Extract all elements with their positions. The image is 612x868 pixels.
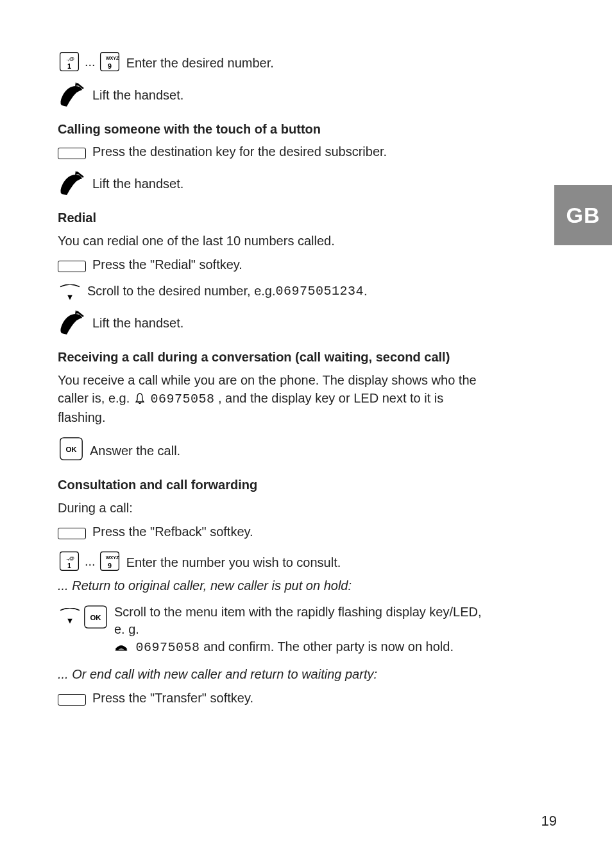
bell-icon	[135, 392, 145, 404]
svg-text:1: 1	[67, 62, 71, 70]
svg-text:1: 1	[67, 562, 71, 569]
page-content: .,@1 ... WXYZ9 Enter the desired number.…	[0, 0, 539, 707]
svg-text:.,@: .,@	[67, 56, 74, 62]
softkey-icon	[58, 528, 86, 539]
step-text: Press the "Transfer" softkey.	[92, 690, 253, 707]
step-lift-handset-2: Lift the handset.	[58, 169, 493, 193]
keypad-9-icon: WXYZ9	[98, 550, 121, 571]
step-scroll-confirm: OK Scroll to the menu item with the rapi…	[58, 603, 493, 656]
step-answer-call: OK Answer the call.	[58, 435, 493, 460]
step-press-destination: Press the destination key for the desire…	[58, 143, 493, 161]
section-consultation: Consultation and call forwarding During …	[58, 478, 493, 707]
svg-marker-13	[67, 619, 72, 623]
keypad-1-icon: .,@1	[58, 550, 81, 571]
step-press-refback: Press the "Refback" softkey.	[58, 523, 493, 541]
svg-text:OK: OK	[65, 446, 77, 453]
lift-handset-icon	[58, 169, 87, 198]
scroll-down-icon	[58, 284, 82, 302]
step-text: Press the destination key for the desire…	[92, 143, 387, 161]
handset-flat-icon	[114, 643, 128, 652]
step-text: Press the "Refback" softkey.	[92, 523, 253, 541]
ok-button-icon: OK	[58, 435, 85, 462]
section-heading: Consultation and call forwarding	[58, 478, 493, 492]
scroll-down-icon	[58, 608, 82, 626]
step-text: Enter the number you wish to consult.	[126, 554, 341, 571]
step-text-pre: Scroll to the desired number, e.g.	[87, 282, 276, 300]
step-text: Enter the desired number.	[126, 55, 274, 72]
step-text: Lift the handset.	[92, 175, 183, 193]
step-text-pre: Scroll to the menu item with the rapidly…	[114, 605, 482, 636]
during-call-text: During a call:	[58, 499, 493, 517]
lift-handset-icon	[58, 81, 87, 109]
lift-handset-icon	[58, 309, 87, 337]
step-scroll-number: Scroll to the desired number, e.g. 06975…	[58, 282, 493, 300]
softkey-icon	[58, 261, 86, 272]
svg-text:OK: OK	[90, 614, 101, 621]
keypad-1-icon: .,@1	[58, 50, 81, 72]
svg-text:.,@: .,@	[67, 555, 74, 561]
section-heading: Calling someone with the touch of a butt…	[58, 122, 493, 137]
section-redial: Redial You can redial one of the last 10…	[58, 211, 493, 332]
svg-rect-15	[115, 650, 127, 651]
ellipsis-text: ...	[85, 553, 96, 570]
step-text: Lift the handset.	[92, 315, 183, 332]
step-text: Lift the handset.	[92, 87, 183, 104]
example-number: 06975058	[136, 640, 200, 655]
section-heading: Redial	[58, 211, 493, 225]
side-tab-language: GB	[554, 185, 612, 245]
step-lift-handset-1: Lift the handset.	[58, 81, 493, 104]
ok-button-icon: OK	[82, 603, 109, 630]
step-press-redial: Press the "Redial" softkey.	[58, 256, 493, 273]
step-text-post: .	[364, 282, 368, 300]
section-heading: Receiving a call during a conversation (…	[58, 350, 493, 365]
or-end-text: ... Or end call with new caller and retu…	[58, 665, 493, 683]
step-text-wrap: Scroll to the menu item with the rapidly…	[114, 603, 493, 656]
svg-text:9: 9	[108, 562, 112, 569]
step-enter-consult-number: .,@1 ... WXYZ9 Enter the number you wish…	[58, 550, 493, 571]
example-number: 06975058	[150, 392, 214, 406]
svg-text:WXYZ: WXYZ	[105, 55, 119, 61]
section-call-waiting: Receiving a call during a conversation (…	[58, 350, 493, 460]
softkey-icon	[58, 148, 86, 159]
section-intro: You can redial one of the last 10 number…	[58, 232, 493, 250]
step-text: Press the "Redial" softkey.	[92, 256, 242, 273]
step-press-transfer: Press the "Transfer" softkey.	[58, 690, 493, 707]
return-original-text: ... Return to original caller, new calle…	[58, 577, 493, 595]
svg-text:9: 9	[108, 62, 112, 70]
step-enter-number: .,@1 ... WXYZ9 Enter the desired number.	[58, 50, 493, 72]
step-text-post: and confirm. The other party is now on h…	[203, 639, 454, 654]
step-lift-handset-3: Lift the handset.	[58, 309, 493, 332]
section-touch-button: Calling someone with the touch of a butt…	[58, 122, 493, 193]
step-text: Answer the call.	[90, 442, 180, 460]
example-number: 06975051234	[276, 282, 364, 300]
section-intro: You receive a call while you are on the …	[58, 371, 493, 426]
ellipsis-text: ...	[85, 53, 96, 71]
svg-marker-6	[67, 295, 72, 300]
svg-text:WXYZ: WXYZ	[105, 555, 119, 560]
keypad-9-icon: WXYZ9	[98, 50, 121, 72]
softkey-icon	[58, 694, 86, 706]
page-number: 19	[541, 813, 557, 829]
